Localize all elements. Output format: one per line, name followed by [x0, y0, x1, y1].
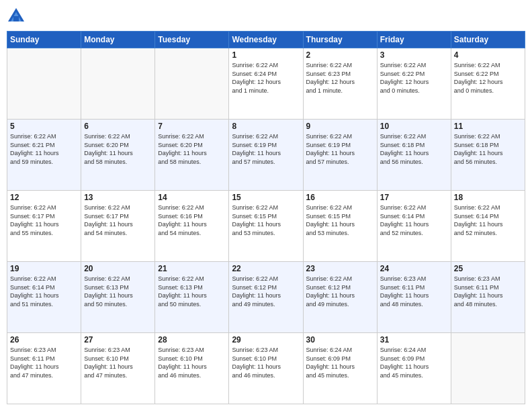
day-info: Sunrise: 6:22 AM Sunset: 6:17 PM Dayligh…	[84, 203, 152, 237]
day-number: 26	[10, 335, 78, 345]
calendar-cell: 14Sunrise: 6:22 AM Sunset: 6:16 PM Dayli…	[155, 191, 229, 262]
header-saturday: Saturday	[451, 32, 525, 48]
week-row-4: 19Sunrise: 6:22 AM Sunset: 6:14 PM Dayli…	[7, 262, 525, 333]
day-info: Sunrise: 6:22 AM Sunset: 6:12 PM Dayligh…	[306, 275, 374, 308]
day-number: 7	[158, 122, 226, 131]
day-info: Sunrise: 6:22 AM Sunset: 6:15 PM Dayligh…	[232, 203, 300, 237]
calendar-cell: 26Sunrise: 6:23 AM Sunset: 6:11 PM Dayli…	[7, 333, 81, 404]
calendar-cell: 30Sunrise: 6:24 AM Sunset: 6:09 PM Dayli…	[303, 333, 377, 404]
day-info: Sunrise: 6:24 AM Sunset: 6:09 PM Dayligh…	[380, 346, 448, 379]
calendar-cell: 19Sunrise: 6:22 AM Sunset: 6:14 PM Dayli…	[7, 262, 81, 333]
calendar-cell: 6Sunrise: 6:22 AM Sunset: 6:20 PM Daylig…	[81, 120, 155, 191]
calendar-cell: 1Sunrise: 6:22 AM Sunset: 6:24 PM Daylig…	[229, 48, 303, 120]
calendar-cell: 11Sunrise: 6:22 AM Sunset: 6:18 PM Dayli…	[451, 120, 525, 191]
day-number: 25	[454, 264, 522, 273]
day-number: 5	[10, 122, 78, 131]
calendar-cell: 21Sunrise: 6:22 AM Sunset: 6:13 PM Dayli…	[155, 262, 229, 333]
day-info: Sunrise: 6:22 AM Sunset: 6:23 PM Dayligh…	[306, 61, 374, 95]
day-info: Sunrise: 6:22 AM Sunset: 6:21 PM Dayligh…	[10, 132, 78, 166]
day-number: 16	[306, 193, 374, 202]
day-info: Sunrise: 6:22 AM Sunset: 6:14 PM Dayligh…	[380, 203, 448, 237]
day-info: Sunrise: 6:24 AM Sunset: 6:09 PM Dayligh…	[306, 346, 374, 379]
day-number: 15	[232, 193, 300, 202]
calendar-cell: 31Sunrise: 6:24 AM Sunset: 6:09 PM Dayli…	[377, 333, 451, 404]
day-number: 24	[380, 264, 448, 273]
week-row-1: 1Sunrise: 6:22 AM Sunset: 6:24 PM Daylig…	[7, 48, 525, 120]
calendar-cell: 27Sunrise: 6:23 AM Sunset: 6:10 PM Dayli…	[81, 333, 155, 404]
calendar-cell: 8Sunrise: 6:22 AM Sunset: 6:19 PM Daylig…	[229, 120, 303, 191]
calendar-cell: 23Sunrise: 6:22 AM Sunset: 6:12 PM Dayli…	[303, 262, 377, 333]
day-number: 2	[306, 50, 374, 60]
calendar-cell: 20Sunrise: 6:22 AM Sunset: 6:13 PM Dayli…	[81, 262, 155, 333]
day-info: Sunrise: 6:23 AM Sunset: 6:10 PM Dayligh…	[158, 346, 226, 379]
day-info: Sunrise: 6:23 AM Sunset: 6:10 PM Dayligh…	[84, 346, 152, 379]
day-number: 23	[306, 264, 374, 273]
calendar-cell: 9Sunrise: 6:22 AM Sunset: 6:19 PM Daylig…	[303, 120, 377, 191]
header-monday: Monday	[81, 32, 155, 48]
day-number: 22	[232, 264, 300, 273]
day-info: Sunrise: 6:23 AM Sunset: 6:10 PM Dayligh…	[232, 346, 300, 379]
day-info: Sunrise: 6:22 AM Sunset: 6:12 PM Dayligh…	[232, 275, 300, 308]
week-row-2: 5Sunrise: 6:22 AM Sunset: 6:21 PM Daylig…	[7, 120, 525, 191]
logo	[7, 7, 28, 26]
day-info: Sunrise: 6:23 AM Sunset: 6:11 PM Dayligh…	[454, 275, 522, 308]
day-number: 14	[158, 193, 226, 202]
day-number: 4	[454, 50, 522, 60]
day-number: 20	[84, 264, 152, 273]
calendar-cell: 22Sunrise: 6:22 AM Sunset: 6:12 PM Dayli…	[229, 262, 303, 333]
day-number: 21	[158, 264, 226, 273]
page: Sunday Monday Tuesday Wednesday Thursday…	[0, 0, 532, 411]
day-info: Sunrise: 6:22 AM Sunset: 6:17 PM Dayligh…	[10, 203, 78, 237]
calendar-cell: 4Sunrise: 6:22 AM Sunset: 6:22 PM Daylig…	[451, 48, 525, 120]
day-number: 6	[84, 122, 152, 131]
day-number: 3	[380, 50, 448, 60]
calendar-cell: 29Sunrise: 6:23 AM Sunset: 6:10 PM Dayli…	[229, 333, 303, 404]
day-number: 29	[232, 335, 300, 345]
day-number: 27	[84, 335, 152, 345]
day-info: Sunrise: 6:22 AM Sunset: 6:18 PM Dayligh…	[454, 132, 522, 166]
day-info: Sunrise: 6:22 AM Sunset: 6:20 PM Dayligh…	[84, 132, 152, 166]
day-number: 1	[232, 50, 300, 60]
day-info: Sunrise: 6:22 AM Sunset: 6:16 PM Dayligh…	[158, 203, 226, 237]
day-info: Sunrise: 6:22 AM Sunset: 6:18 PM Dayligh…	[380, 132, 448, 166]
header-wednesday: Wednesday	[229, 32, 303, 48]
logo-icon	[7, 7, 26, 26]
day-info: Sunrise: 6:22 AM Sunset: 6:22 PM Dayligh…	[454, 61, 522, 95]
header	[7, 7, 525, 26]
day-number: 9	[306, 122, 374, 131]
calendar-cell: 25Sunrise: 6:23 AM Sunset: 6:11 PM Dayli…	[451, 262, 525, 333]
day-info: Sunrise: 6:22 AM Sunset: 6:15 PM Dayligh…	[306, 203, 374, 237]
day-info: Sunrise: 6:22 AM Sunset: 6:19 PM Dayligh…	[306, 132, 374, 166]
day-number: 10	[380, 122, 448, 131]
day-info: Sunrise: 6:22 AM Sunset: 6:24 PM Dayligh…	[232, 61, 300, 95]
calendar-cell: 12Sunrise: 6:22 AM Sunset: 6:17 PM Dayli…	[7, 191, 81, 262]
header-sunday: Sunday	[7, 32, 81, 48]
day-number: 19	[10, 264, 78, 273]
day-info: Sunrise: 6:22 AM Sunset: 6:13 PM Dayligh…	[84, 275, 152, 308]
day-info: Sunrise: 6:22 AM Sunset: 6:13 PM Dayligh…	[158, 275, 226, 308]
day-info: Sunrise: 6:22 AM Sunset: 6:20 PM Dayligh…	[158, 132, 226, 166]
day-number: 17	[380, 193, 448, 202]
day-number: 30	[306, 335, 374, 345]
day-number: 12	[10, 193, 78, 202]
calendar-cell: 28Sunrise: 6:23 AM Sunset: 6:10 PM Dayli…	[155, 333, 229, 404]
day-info: Sunrise: 6:22 AM Sunset: 6:14 PM Dayligh…	[454, 203, 522, 237]
day-info: Sunrise: 6:23 AM Sunset: 6:11 PM Dayligh…	[380, 275, 448, 308]
calendar-cell	[81, 48, 155, 120]
week-row-5: 26Sunrise: 6:23 AM Sunset: 6:11 PM Dayli…	[7, 333, 525, 404]
day-info: Sunrise: 6:22 AM Sunset: 6:14 PM Dayligh…	[10, 275, 78, 308]
day-number: 28	[158, 335, 226, 345]
calendar-cell: 17Sunrise: 6:22 AM Sunset: 6:14 PM Dayli…	[377, 191, 451, 262]
calendar-cell: 7Sunrise: 6:22 AM Sunset: 6:20 PM Daylig…	[155, 120, 229, 191]
calendar-cell: 18Sunrise: 6:22 AM Sunset: 6:14 PM Dayli…	[451, 191, 525, 262]
calendar-cell	[155, 48, 229, 120]
header-tuesday: Tuesday	[155, 32, 229, 48]
calendar-cell: 3Sunrise: 6:22 AM Sunset: 6:22 PM Daylig…	[377, 48, 451, 120]
header-thursday: Thursday	[303, 32, 377, 48]
day-number: 18	[454, 193, 522, 202]
header-friday: Friday	[377, 32, 451, 48]
calendar-cell: 16Sunrise: 6:22 AM Sunset: 6:15 PM Dayli…	[303, 191, 377, 262]
day-headers-row: Sunday Monday Tuesday Wednesday Thursday…	[7, 32, 525, 48]
svg-rect-2	[13, 16, 19, 21]
day-number: 11	[454, 122, 522, 131]
